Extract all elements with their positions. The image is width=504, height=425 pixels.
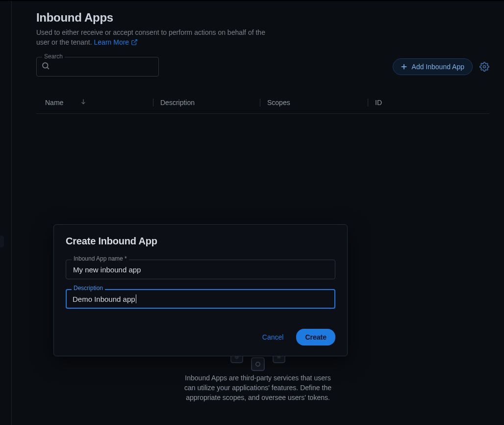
page-description-text: Used to either receive or accept consent… (36, 28, 265, 46)
description-input[interactable] (66, 289, 335, 309)
column-name-label: Name (45, 99, 63, 106)
inbound-app-name-field-wrap: Inbound App name * (66, 260, 335, 279)
add-button-label: Add Inbound App (412, 63, 464, 71)
page-content: Inbound Apps Used to either receive or a… (12, 1, 504, 425)
learn-more-link[interactable]: Learn More (94, 37, 138, 47)
column-header-id[interactable]: ID (368, 99, 489, 106)
column-description-label: Description (160, 99, 195, 106)
left-rail (0, 1, 12, 425)
plus-icon (400, 63, 408, 71)
search-label: Search (42, 53, 65, 60)
gear-icon (479, 62, 489, 72)
modal-title: Create Inbound App (66, 236, 335, 247)
svg-point-8 (256, 362, 260, 366)
inbound-app-name-input[interactable] (66, 260, 335, 279)
svg-line-2 (47, 67, 49, 69)
table-header: Name Description Scopes ID (36, 91, 489, 114)
empty-state: Inbound Apps are third-party services th… (184, 349, 331, 402)
description-label: Description (72, 285, 105, 292)
inbound-app-name-label: Inbound App name * (72, 255, 129, 262)
settings-button[interactable] (479, 62, 489, 72)
toolbar-right: Add Inbound App (393, 58, 489, 75)
svg-line-0 (134, 40, 137, 43)
modal-actions: Cancel Create (66, 328, 335, 346)
add-inbound-app-button[interactable]: Add Inbound App (393, 58, 473, 75)
toolbar: Search Add Inbound App (36, 57, 489, 77)
cancel-button[interactable]: Cancel (254, 328, 292, 346)
search-icon (41, 61, 50, 72)
search-input[interactable] (36, 57, 159, 77)
empty-state-text: Inbound Apps are third-party services th… (184, 373, 331, 402)
sort-down-icon (80, 98, 87, 106)
learn-more-label: Learn More (94, 37, 129, 47)
search-field: Search (36, 57, 159, 77)
column-header-name[interactable]: Name (36, 98, 153, 106)
create-button[interactable]: Create (296, 329, 335, 345)
svg-point-1 (43, 63, 48, 68)
description-field-wrap: Description Demo Inbound app (66, 289, 335, 309)
column-scopes-label: Scopes (267, 99, 290, 106)
column-id-label: ID (375, 99, 382, 106)
create-inbound-app-modal: Create Inbound App Inbound App name * De… (53, 224, 348, 356)
page-title: Inbound Apps (36, 11, 489, 25)
column-header-scopes[interactable]: Scopes (260, 99, 368, 106)
svg-point-5 (483, 66, 486, 68)
external-link-icon (131, 39, 138, 46)
empty-icon-box (251, 357, 265, 371)
page-description: Used to either receive or accept consent… (36, 27, 267, 47)
column-header-description[interactable]: Description (153, 99, 260, 106)
